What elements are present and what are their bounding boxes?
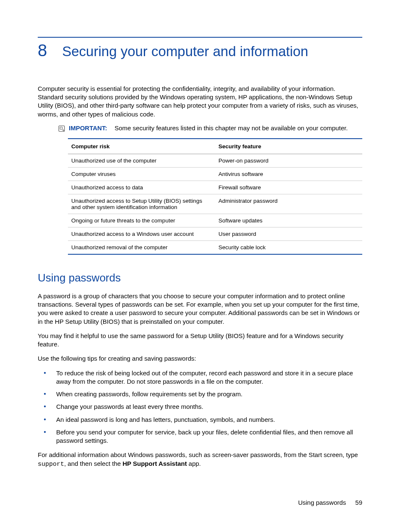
table-header-risk: Computer risk <box>68 139 215 154</box>
closing-post: app. <box>187 460 201 467</box>
important-label: IMPORTANT: <box>69 124 107 132</box>
table-row: Unauthorized access to data Firewall sof… <box>68 181 362 194</box>
passwords-para-3: Use the following tips for creating and … <box>38 354 362 363</box>
table-row: Unauthorized removal of the computer Sec… <box>68 240 362 254</box>
important-note: IMPORTANT: Some security features listed… <box>58 124 362 132</box>
table-row: Unauthorized access to Setup Utility (BI… <box>68 194 362 214</box>
table-cell: User password <box>215 227 362 240</box>
closing-bold: HP Support Assistant <box>122 460 187 467</box>
closing-mid: , and then select the <box>64 460 122 467</box>
table-cell: Security cable lock <box>215 240 362 254</box>
chapter-rule <box>38 37 362 38</box>
table-cell: Unauthorized access to Setup Utility (BI… <box>68 194 215 214</box>
list-item: To reduce the risk of being locked out o… <box>38 369 362 386</box>
footer-label: Using passwords <box>298 499 346 506</box>
table-cell: Ongoing or future threats to the compute… <box>68 214 215 227</box>
table-cell: Administrator password <box>215 194 362 214</box>
list-item: Before you send your computer for servic… <box>38 428 362 445</box>
closing-code: support <box>38 461 64 468</box>
table-cell: Unauthorized access to a Windows user ac… <box>68 227 215 240</box>
password-tips-list: To reduce the risk of being locked out o… <box>38 369 362 445</box>
footer-page-number: 59 <box>355 499 362 506</box>
table-cell: Unauthorized access to data <box>68 181 215 194</box>
passwords-para-2: You may find it helpful to use the same … <box>38 332 362 349</box>
chapter-header: 8 Securing your computer and information <box>38 42 362 59</box>
table-cell: Unauthorized use of the computer <box>68 154 215 167</box>
table-cell: Computer viruses <box>68 167 215 181</box>
table-header-feature: Security feature <box>215 139 362 154</box>
list-item: Change your passwords at least every thr… <box>38 403 362 411</box>
list-item: When creating passwords, follow requirem… <box>38 390 362 398</box>
table-cell: Firewall software <box>215 181 362 194</box>
table-row: Computer viruses Antivirus software <box>68 167 362 181</box>
important-gap <box>109 124 113 132</box>
intro-paragraph: Computer security is essential for prote… <box>38 85 362 119</box>
table-cell: Unauthorized removal of the computer <box>68 240 215 254</box>
passwords-para-1: A password is a group of characters that… <box>38 292 362 326</box>
table-cell: Antivirus software <box>215 167 362 181</box>
section-title-using-passwords: Using passwords <box>38 271 362 284</box>
closing-pre: For additional information about Windows… <box>38 451 358 458</box>
table-row: Ongoing or future threats to the compute… <box>68 214 362 227</box>
chapter-title: Securing your computer and information <box>62 44 308 59</box>
table-row: Unauthorized use of the computer Power-o… <box>68 154 362 167</box>
closing-paragraph: For additional information about Windows… <box>38 451 362 469</box>
table-cell: Power-on password <box>215 154 362 167</box>
table-header-row: Computer risk Security feature <box>68 139 362 154</box>
table-cell: Software updates <box>215 214 362 227</box>
chapter-number: 8 <box>38 42 47 59</box>
page-footer: Using passwords 59 <box>298 499 362 506</box>
security-table: Computer risk Security feature Unauthori… <box>68 138 362 255</box>
list-item: An ideal password is long and has letter… <box>38 416 362 424</box>
important-text: Some security features listed in this ch… <box>114 124 348 132</box>
table-row: Unauthorized access to a Windows user ac… <box>68 227 362 240</box>
note-icon <box>58 125 65 132</box>
